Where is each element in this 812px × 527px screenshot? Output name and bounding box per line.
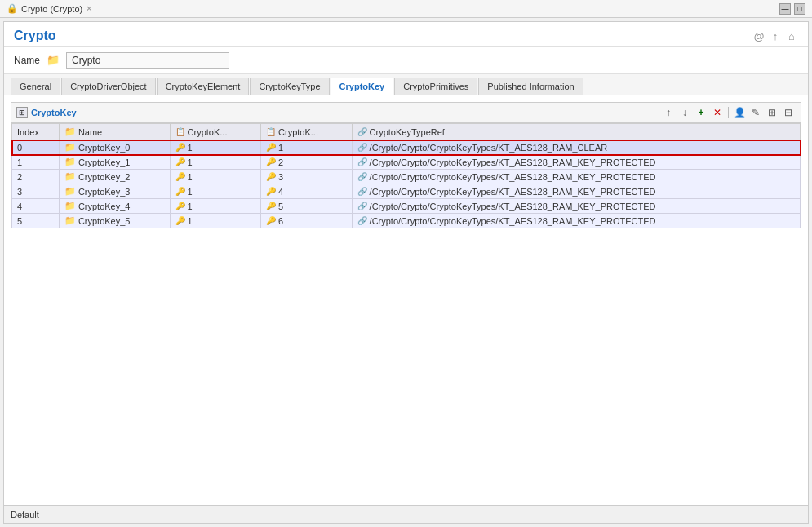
toolbar-sep-1 — [728, 107, 729, 118]
cell-index: 2 — [12, 170, 60, 184]
section-icon: ⊞ — [16, 107, 28, 118]
cell-col4: 🔑2 — [261, 155, 353, 170]
export-button[interactable]: ⊟ — [781, 105, 796, 120]
folder-icon: 📁 — [64, 201, 76, 211]
ref-icon: 🔗 — [357, 157, 367, 166]
email-icon[interactable]: @ — [752, 29, 765, 42]
page-title: Crypto — [14, 29, 56, 43]
cell-ref: 🔗/Crypto/Crypto/CryptoKeyTypes/KT_AES128… — [352, 155, 800, 170]
name-label: Name — [14, 55, 40, 66]
crypto-key-table: Index 📁 Name 📋 CryptoK... — [11, 123, 801, 228]
cell-col3: 🔑1 — [170, 199, 261, 214]
move-down-button[interactable]: ↓ — [677, 105, 692, 120]
table-header: Index 📁 Name 📋 CryptoK... — [12, 124, 801, 140]
cell-name: 📁CryptoKey_0 — [59, 140, 170, 155]
key-icon: 🔑 — [175, 216, 185, 225]
maximize-button[interactable]: □ — [794, 3, 805, 15]
tab-published-information[interactable]: Published Information — [478, 78, 583, 95]
cell-index: 0 — [12, 140, 60, 155]
table-row[interactable]: 4📁CryptoKey_4🔑1🔑5🔗/Crypto/Crypto/CryptoK… — [12, 199, 801, 214]
folder-icon: 📁 — [64, 186, 76, 197]
cell-name: 📁CryptoKey_5 — [59, 214, 170, 228]
table-row[interactable]: 1📁CryptoKey_1🔑1🔑2🔗/Crypto/Crypto/CryptoK… — [12, 155, 801, 170]
cell-col4: 🔑3 — [261, 170, 353, 184]
up-icon[interactable]: ↑ — [769, 29, 782, 42]
minimize-button[interactable]: — — [779, 3, 791, 15]
cell-ref: 🔗/Crypto/Crypto/CryptoKeyTypes/KT_AES128… — [352, 214, 800, 228]
data-table: Index 📁 Name 📋 CryptoK... — [11, 123, 801, 498]
move-up-button[interactable]: ↑ — [661, 105, 676, 120]
home-icon[interactable]: ⌂ — [785, 29, 798, 42]
cell-name: 📁CryptoKey_3 — [59, 184, 170, 199]
key2-icon: 🔑 — [266, 157, 276, 166]
cell-ref: 🔗/Crypto/Crypto/CryptoKeyTypes/KT_AES128… — [352, 170, 800, 184]
col-ref-icon: 🔗 — [357, 127, 367, 136]
ref-icon: 🔗 — [357, 187, 367, 196]
folder-icon: 📁 — [47, 54, 60, 67]
main-window: Crypto @ ↑ ⌂ Name 📁 General CryptoDriver… — [3, 21, 809, 524]
table-toolbar-left: ⊞ CryptoKey — [16, 107, 77, 118]
cell-col4: 🔑1 — [261, 140, 353, 155]
cell-name: 📁CryptoKey_4 — [59, 199, 170, 214]
tab-crypto-primitives[interactable]: CryptoPrimitives — [394, 78, 477, 95]
table-row[interactable]: 3📁CryptoKey_3🔑1🔑4🔗/Crypto/Crypto/CryptoK… — [12, 184, 801, 199]
key2-icon: 🔑 — [266, 187, 276, 196]
col-name: 📁 Name — [59, 124, 170, 140]
person-button[interactable]: 👤 — [732, 105, 747, 120]
ref-icon: 🔗 — [357, 216, 367, 225]
tab-crypto-driver-object[interactable]: CryptoDriverObject — [61, 78, 156, 95]
table-toolbar-right: ↑ ↓ + ✕ 👤 ✎ ⊞ ⊟ — [661, 105, 796, 120]
cell-name: 📁CryptoKey_1 — [59, 155, 170, 170]
key-icon: 🔑 — [175, 143, 185, 152]
col-name-icon: 📁 — [64, 126, 76, 137]
tab-crypto-key[interactable]: CryptoKey — [331, 78, 394, 95]
cell-index: 1 — [12, 155, 60, 170]
ref-icon: 🔗 — [357, 202, 367, 210]
add-button[interactable]: + — [694, 105, 708, 120]
tab-crypto-key-element[interactable]: CryptoKeyElement — [157, 78, 250, 95]
cell-col3: 🔑1 — [170, 214, 261, 228]
cell-index: 4 — [12, 199, 60, 214]
grid-button[interactable]: ⊞ — [765, 105, 779, 120]
title-bar-close-x: ✕ — [86, 4, 92, 13]
delete-button[interactable]: ✕ — [710, 105, 725, 120]
table-row[interactable]: 5📁CryptoKey_5🔑1🔑6🔗/Crypto/Crypto/CryptoK… — [12, 214, 801, 228]
key-icon: 🔑 — [175, 202, 185, 210]
title-bar: 🔒 Crypto (Crypto) ✕ — □ — [0, 0, 812, 18]
table-toolbar: ⊞ CryptoKey ↑ ↓ + ✕ 👤 ✎ ⊞ ⊟ — [11, 103, 801, 123]
app-icon: 🔒 — [7, 3, 18, 14]
table-body: 0📁CryptoKey_0🔑1🔑1🔗/Crypto/Crypto/CryptoK… — [12, 140, 801, 228]
cell-col4: 🔑5 — [261, 199, 353, 214]
title-bar-left: 🔒 Crypto (Crypto) ✕ — [7, 3, 92, 14]
ref-icon: 🔗 — [357, 143, 367, 152]
cell-col4: 🔑4 — [261, 184, 353, 199]
key2-icon: 🔑 — [266, 172, 276, 181]
key2-icon: 🔑 — [266, 202, 276, 210]
key-icon: 🔑 — [175, 187, 185, 196]
cell-index: 3 — [12, 184, 60, 199]
col-cryptok2: 📋 CryptoK... — [261, 124, 353, 140]
ref-icon: 🔗 — [357, 172, 367, 181]
name-bar: Name 📁 — [4, 47, 808, 74]
cell-index: 5 — [12, 214, 60, 228]
name-input[interactable] — [66, 52, 229, 69]
col-index: Index — [12, 124, 60, 140]
table-row[interactable]: 0📁CryptoKey_0🔑1🔑1🔗/Crypto/Crypto/CryptoK… — [12, 140, 801, 155]
edit-button[interactable]: ✎ — [748, 105, 763, 120]
folder-icon: 📁 — [64, 142, 76, 153]
col-k1-icon: 📋 — [175, 127, 185, 136]
header-icons: @ ↑ ⌂ — [752, 29, 798, 42]
cell-col3: 🔑1 — [170, 170, 261, 184]
key-icon: 🔑 — [175, 172, 185, 181]
key2-icon: 🔑 — [266, 216, 276, 225]
cell-name: 📁CryptoKey_2 — [59, 170, 170, 184]
table-row[interactable]: 2📁CryptoKey_2🔑1🔑3🔗/Crypto/Crypto/CryptoK… — [12, 170, 801, 184]
title-bar-text: Crypto (Crypto) — [21, 4, 82, 14]
tab-crypto-key-type[interactable]: CryptoKeyType — [250, 78, 329, 95]
content-area: ⊞ CryptoKey ↑ ↓ + ✕ 👤 ✎ ⊞ ⊟ — [4, 95, 808, 505]
key2-icon: 🔑 — [266, 143, 276, 152]
folder-icon: 📁 — [64, 171, 76, 182]
cell-col3: 🔑1 — [170, 155, 261, 170]
cell-col4: 🔑6 — [261, 214, 353, 228]
tab-general[interactable]: General — [11, 78, 60, 95]
